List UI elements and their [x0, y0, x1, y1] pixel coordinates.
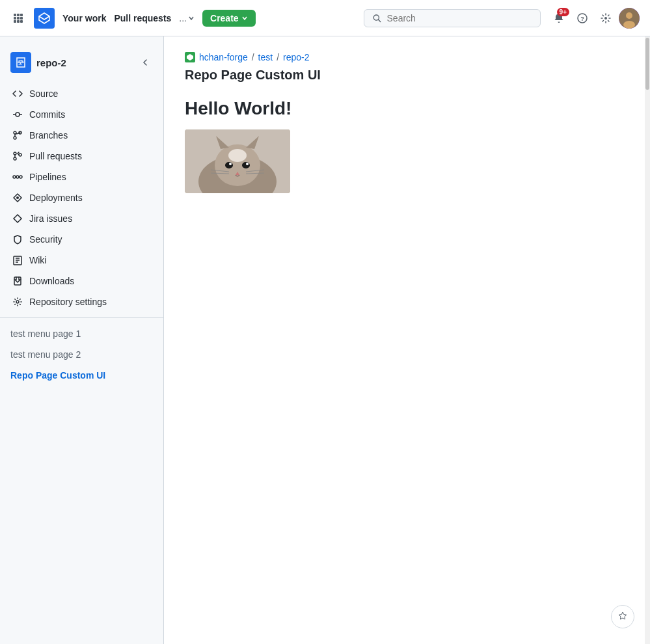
grid-icon[interactable]	[10, 10, 26, 26]
avatar[interactable]	[619, 8, 640, 29]
breadcrumb-sep-1: /	[252, 52, 254, 62]
wiki-icon	[12, 255, 23, 265]
commit-icon	[12, 109, 23, 120]
sidebar-extra-repo-page-custom-ui[interactable]: Repo Page Custom UI	[0, 365, 163, 386]
svg-rect-8	[20, 20, 23, 23]
sidebar-item-commits[interactable]: Commits	[0, 104, 163, 125]
svg-point-42	[246, 163, 249, 165]
search-box[interactable]	[364, 9, 541, 27]
svg-rect-31	[14, 277, 21, 285]
svg-point-29	[16, 196, 19, 199]
repo-settings-icon	[12, 297, 23, 307]
repo-name: repo-2	[36, 57, 66, 68]
nav-icon-group: 9+ ?	[548, 8, 640, 29]
notifications-button[interactable]: 9+	[548, 8, 569, 29]
pull-requests-link[interactable]: Pull requests	[114, 13, 171, 23]
breadcrumb-sep-2: /	[277, 52, 279, 62]
sidebar-item-jira[interactable]: Jira issues	[0, 208, 163, 229]
scrollbar-thumb[interactable]	[645, 38, 649, 90]
code-icon	[12, 88, 23, 99]
sidebar-item-deployments[interactable]: Deployments	[0, 187, 163, 208]
sidebar-commits-label: Commits	[29, 109, 65, 120]
sidebar-item-security[interactable]: Security	[0, 229, 163, 250]
settings-button[interactable]	[595, 8, 616, 29]
deployment-icon	[12, 193, 23, 203]
sidebar-wiki-label: Wiki	[29, 255, 46, 265]
breadcrumb: hchan-forge / test / repo-2	[185, 52, 629, 62]
org-icon	[185, 52, 195, 62]
scrollbar-track	[645, 36, 650, 644]
svg-rect-4	[17, 17, 20, 20]
content-heading: Hello World!	[185, 98, 629, 119]
page-layout: </> repo-2 Source	[0, 36, 650, 644]
page-title: Repo Page Custom UI	[185, 68, 629, 83]
sidebar-deployments-label: Deployments	[29, 193, 83, 203]
sidebar-nav: Source Commits	[0, 83, 163, 312]
breadcrumb-org-link[interactable]: hchan-forge	[199, 52, 248, 62]
main-content: hchan-forge / test / repo-2 Repo Page Cu…	[164, 36, 650, 644]
sidebar-branches-label: Branches	[29, 130, 68, 141]
help-button[interactable]: ?	[572, 8, 593, 29]
sidebar-extra-test-menu-2[interactable]: test menu page 2	[0, 344, 163, 365]
breadcrumb-parent-link[interactable]: test	[258, 52, 273, 62]
sidebar-item-downloads[interactable]: Downloads	[0, 271, 163, 291]
create-button[interactable]: Create	[202, 10, 256, 27]
svg-rect-2	[20, 14, 23, 16]
pr-icon	[12, 151, 23, 161]
sidebar-item-pipelines[interactable]: Pipelines	[0, 167, 163, 187]
svg-rect-0	[14, 14, 16, 16]
svg-rect-5	[20, 17, 23, 20]
sidebar: </> repo-2 Source	[0, 36, 164, 644]
sidebar-pr-label: Pull requests	[29, 151, 82, 161]
breadcrumb-repo-link[interactable]: repo-2	[283, 52, 309, 62]
downloads-icon	[12, 276, 23, 286]
star-button[interactable]	[611, 605, 634, 628]
app-logo[interactable]	[34, 8, 55, 29]
collapse-sidebar-button[interactable]	[137, 55, 153, 70]
svg-rect-3	[14, 17, 16, 20]
cat-svg	[185, 129, 290, 193]
cat-image	[185, 129, 290, 193]
sidebar-jira-label: Jira issues	[29, 213, 72, 224]
sidebar-security-label: Security	[29, 234, 62, 245]
svg-point-32	[16, 301, 19, 303]
sidebar-downloads-label: Downloads	[29, 276, 74, 286]
svg-point-12	[604, 17, 607, 20]
your-work-link[interactable]: Your work	[62, 13, 106, 23]
svg-text:</>: </>	[18, 60, 24, 64]
svg-text:?: ?	[580, 16, 584, 22]
svg-point-15	[623, 21, 635, 29]
sidebar-item-pull-requests[interactable]: Pull requests	[0, 146, 163, 167]
svg-point-38	[228, 149, 247, 162]
svg-point-17	[16, 113, 20, 116]
sidebar-item-source[interactable]: Source	[0, 83, 163, 104]
sidebar-item-repo-settings[interactable]: Repository settings	[0, 291, 163, 312]
svg-rect-7	[17, 20, 20, 23]
jira-icon	[12, 213, 23, 224]
sidebar-item-branches[interactable]: Branches	[0, 125, 163, 146]
notification-badge: 9+	[557, 8, 569, 16]
sidebar-divider	[0, 317, 163, 318]
repo-icon: </>	[10, 52, 31, 73]
branch-icon	[12, 130, 23, 141]
more-label: ...	[179, 13, 187, 23]
pipeline-icon	[12, 172, 23, 182]
top-navigation: Your work Pull requests ... Create 9+ ?	[0, 0, 650, 36]
sidebar-item-wiki[interactable]: Wiki	[0, 250, 163, 271]
security-icon	[12, 234, 23, 245]
search-input[interactable]	[387, 13, 532, 23]
svg-point-14	[626, 12, 632, 19]
sidebar-source-label: Source	[29, 88, 58, 99]
svg-point-41	[229, 163, 232, 165]
sidebar-extra-test-menu-1[interactable]: test menu page 1	[0, 323, 163, 344]
svg-point-39	[225, 162, 233, 168]
svg-rect-1	[17, 14, 20, 16]
more-menu[interactable]: ...	[179, 13, 195, 23]
search-icon	[372, 13, 382, 23]
svg-point-40	[242, 162, 250, 168]
svg-rect-6	[14, 20, 16, 23]
repo-header: </> repo-2	[0, 47, 163, 83]
sidebar-repo-settings-label: Repository settings	[29, 297, 107, 307]
sidebar-pipelines-label: Pipelines	[29, 172, 66, 182]
